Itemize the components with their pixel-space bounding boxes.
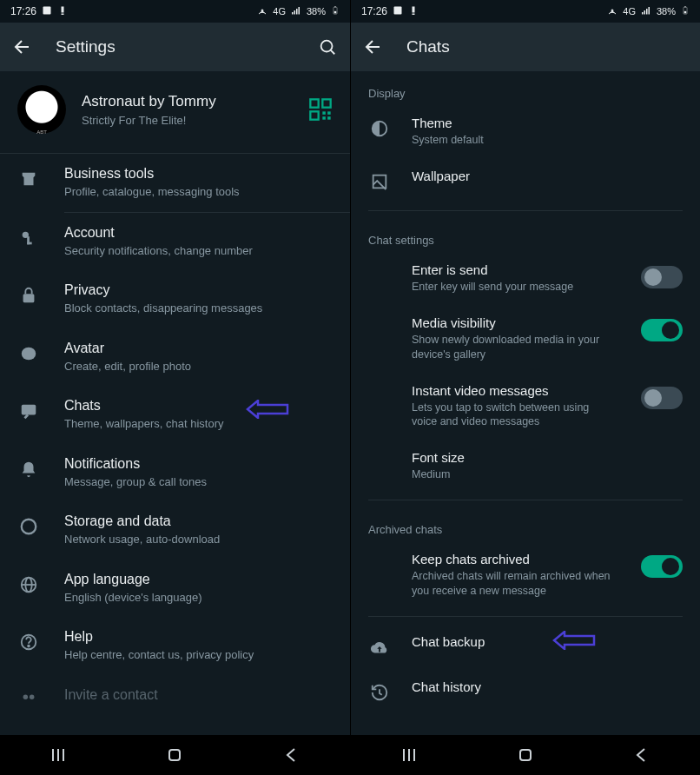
people-icon [17, 689, 40, 712]
status-priority-icon [57, 5, 68, 18]
cloud-upload-icon [368, 636, 391, 659]
profile-row[interactable]: Astronaut by Tommy Strictly For The Elit… [0, 71, 350, 153]
recents-button[interactable] [48, 745, 69, 765]
bell-icon [17, 458, 40, 480]
svg-rect-13 [322, 99, 330, 107]
back-nav-button[interactable] [281, 745, 302, 765]
phone-right: 17:26 4G 38% Chats [350, 0, 700, 775]
svg-rect-42 [684, 11, 687, 13]
chats-item-chat-backup[interactable]: Chat backup [351, 624, 700, 669]
chats-item-chat-history[interactable]: Chat history [351, 669, 700, 714]
app-bar: Chats [351, 23, 700, 71]
svg-rect-38 [644, 10, 645, 15]
chats-item-wallpaper[interactable]: Wallpaper [351, 158, 700, 203]
battery-label: 38% [307, 6, 326, 17]
divider [368, 616, 683, 617]
svg-rect-39 [646, 9, 648, 15]
svg-point-23 [22, 347, 36, 360]
svg-rect-46 [520, 750, 531, 760]
divider [368, 210, 683, 211]
chats-item-enter-is-send[interactable]: Enter is send Enter key will send your m… [351, 252, 700, 305]
settings-item-privacy[interactable]: Privacy Block contacts, disappearing mes… [0, 270, 350, 328]
chats-item-font-size[interactable]: Font size Medium [351, 440, 700, 493]
wallpaper-icon [368, 170, 391, 193]
svg-point-29 [28, 646, 30, 647]
svg-rect-24 [22, 405, 36, 415]
hotspot-icon [257, 5, 267, 17]
svg-rect-15 [322, 111, 326, 115]
profile-status: Strictly For The Elite! [82, 114, 308, 127]
data-usage-icon [17, 515, 40, 538]
svg-rect-18 [327, 116, 331, 120]
switch-enter-is-send[interactable] [641, 266, 683, 288]
annotation-arrow [246, 400, 289, 419]
chats-item-theme[interactable]: Theme System default [351, 105, 700, 158]
signal-icon [641, 5, 651, 17]
face-icon [17, 342, 40, 365]
avatar [17, 85, 66, 134]
help-icon [17, 631, 40, 653]
chats-item-media-visibility[interactable]: Media visibility Show newly downloaded m… [351, 305, 700, 373]
settings-item-business-tools[interactable]: Business tools Profile, catalogue, messa… [0, 154, 350, 212]
svg-rect-12 [310, 99, 318, 107]
svg-rect-6 [296, 9, 298, 15]
chats-item-instant-video[interactable]: Instant video messages Lets you tap to s… [351, 373, 700, 440]
status-priority-icon [408, 5, 419, 18]
section-display: Display [351, 71, 700, 105]
settings-item-notifications[interactable]: Notifications Message, group & call tone… [0, 444, 350, 502]
recents-button[interactable] [399, 745, 419, 765]
switch-instant-video[interactable] [641, 387, 683, 409]
settings-item-account[interactable]: Account Security notifications, change n… [0, 213, 350, 271]
back-button[interactable] [10, 35, 35, 59]
svg-rect-45 [373, 176, 386, 189]
qr-code-button[interactable] [308, 97, 333, 122]
svg-point-11 [321, 41, 333, 52]
search-button[interactable] [315, 35, 340, 59]
back-button[interactable] [361, 35, 386, 59]
settings-item-avatar[interactable]: Avatar Create, edit, profile photo [0, 328, 350, 387]
svg-rect-2 [62, 13, 64, 15]
svg-point-3 [261, 10, 263, 11]
back-nav-button[interactable] [631, 745, 652, 765]
settings-item-help[interactable]: Help Help centre, contact us, privacy po… [0, 617, 350, 675]
settings-item-invite[interactable]: Invite a contact [0, 675, 350, 724]
globe-icon [17, 573, 40, 596]
annotation-arrow [552, 631, 596, 650]
svg-rect-43 [684, 6, 686, 7]
status-image-icon [393, 5, 403, 18]
switch-keep-archived[interactable] [641, 555, 683, 578]
svg-rect-32 [169, 750, 180, 760]
switch-media-visibility[interactable] [641, 319, 683, 341]
svg-rect-4 [292, 12, 294, 15]
page-title: Chats [406, 37, 450, 56]
system-nav-bar [0, 735, 350, 775]
status-time: 17:26 [361, 5, 387, 17]
svg-rect-7 [298, 7, 300, 15]
svg-rect-35 [413, 13, 415, 15]
svg-rect-33 [394, 6, 402, 14]
status-image-icon [42, 5, 52, 18]
lock-icon [17, 284, 40, 307]
history-icon [368, 681, 391, 704]
svg-rect-9 [334, 11, 337, 13]
chats-item-keep-archived[interactable]: Keep chats archived Archived chats will … [351, 541, 700, 609]
home-button[interactable] [164, 745, 185, 765]
svg-rect-22 [23, 294, 35, 302]
svg-point-31 [30, 695, 34, 700]
chat-icon [17, 400, 40, 422]
svg-rect-34 [413, 6, 415, 12]
settings-item-chats[interactable]: Chats Theme, wallpapers, chat history [0, 386, 350, 444]
settings-item-language[interactable]: App language English (device's language) [0, 560, 350, 618]
battery-label: 38% [657, 6, 676, 17]
signal-icon [291, 5, 301, 17]
settings-item-storage[interactable]: Storage and data Network usage, auto-dow… [0, 501, 350, 560]
divider [368, 500, 683, 500]
storefront-icon [17, 168, 40, 190]
section-chat-settings: Chat settings [351, 218, 700, 252]
status-bar: 17:26 4G 38% [351, 0, 700, 23]
svg-rect-17 [322, 116, 326, 120]
status-bar: 17:26 4G 38% [0, 0, 350, 23]
network-label: 4G [623, 6, 636, 17]
system-nav-bar [351, 735, 700, 775]
home-button[interactable] [515, 745, 536, 765]
